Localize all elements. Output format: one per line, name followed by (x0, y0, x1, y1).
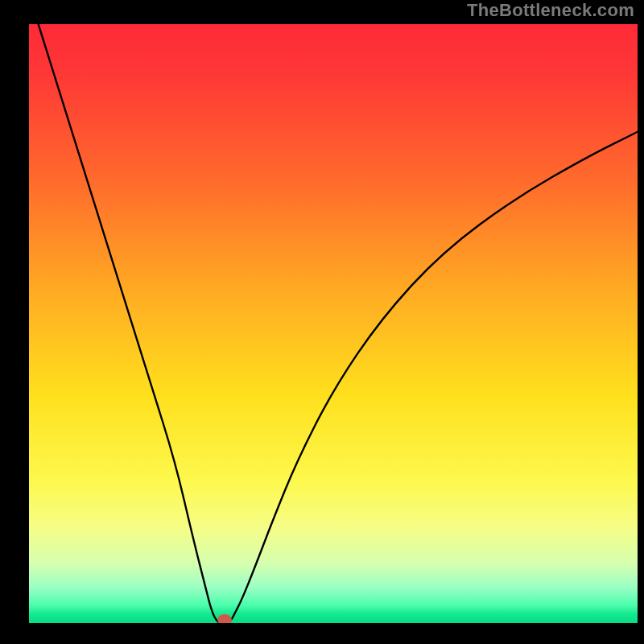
bottleneck-curve (29, 24, 638, 623)
watermark-text: TheBottleneck.com (467, 0, 634, 21)
plot-area (29, 24, 638, 623)
optimum-marker (217, 614, 232, 623)
chart-frame: TheBottleneck.com (0, 0, 644, 644)
